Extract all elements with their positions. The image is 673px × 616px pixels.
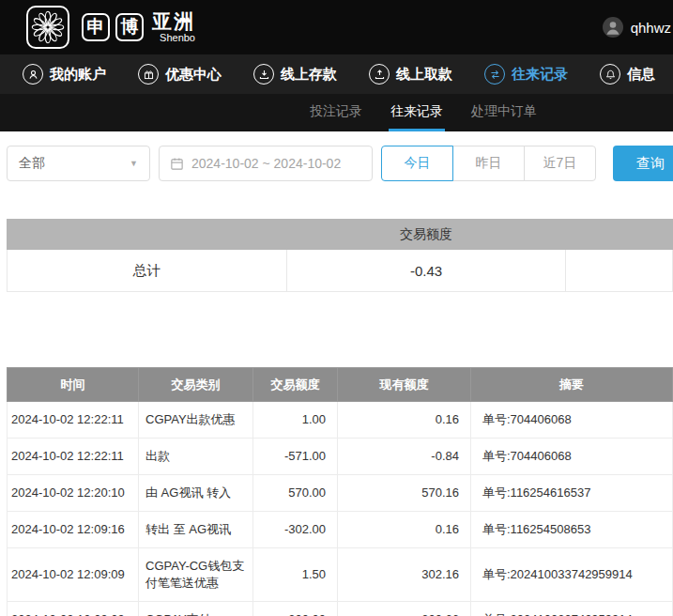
summary-total-value: -0.43 [287,250,566,292]
cell-balance: 300.66 [338,602,471,616]
nav-label: 优惠中心 [165,66,222,84]
gift-icon [138,64,159,85]
nav-item-deposit[interactable]: 线上存款 [253,64,337,85]
cell-balance: 0.16 [338,402,471,439]
table-row: 2024-10-02 12:09:16 转出 至 AG视讯 -302.00 0.… [8,512,673,548]
cell-type: 转出 至 AG视讯 [139,512,253,548]
cell-amount: -571.00 [253,439,338,475]
nav-label: 信息 [627,66,655,84]
brand-region-block: 亚洲 Shenbo [152,11,195,43]
table-row: 2024-10-02 12:22:11 出款 -571.00 -0.84 单号:… [8,439,673,475]
col-header-memo: 摘要 [471,368,673,402]
last7days-button[interactable]: 近7日 [524,146,596,181]
cell-time: 2024-10-02 12:20:10 [8,475,139,512]
cell-type: 由 AG视讯 转入 [139,475,253,512]
cell-amount: 1.50 [253,548,338,602]
cell-memo: 单号:704406068 [471,439,673,475]
col-header-time: 时间 [8,368,139,402]
cell-time: 2024-10-02 12:09:09 [8,548,139,602]
filter-bar: 全部 ▼ 2024-10-02 ~ 2024-10-02 今日 昨日 近7日 查… [0,131,673,194]
deposit-icon [253,64,274,85]
cell-memo: 单号:202410033742959914 [471,602,673,616]
cell-time: 2024-10-02 12:22:11 [8,439,139,475]
col-header-amount: 交易额度 [253,368,338,402]
cell-time: 2024-10-02 12:09:16 [8,512,139,548]
table-row: 2024-10-02 12:09:09 CGPAY支付 300.00 300.6… [8,602,673,616]
nav-item-messages[interactable]: 信息 [600,64,655,85]
nav-item-my-account[interactable]: 我的账户 [23,64,106,85]
table-row: 2024-10-02 12:20:10 由 AG视讯 转入 570.00 570… [8,475,673,512]
summary-total-row: 总计 -0.43 [8,250,673,292]
avatar-icon [603,17,623,38]
nav-item-transaction-records[interactable]: 往来记录 [484,64,568,85]
transactions-header-row: 时间 交易类别 交易额度 现有额度 摘要 [8,368,673,402]
nav-label: 我的账户 [50,66,106,84]
cell-amount: -302.00 [253,512,338,548]
user-account[interactable]: qhhwz [603,17,673,38]
cell-amount: 1.00 [253,402,338,439]
type-select-value: 全部 [19,155,45,172]
cell-amount: 300.00 [253,602,338,616]
cell-time: 2024-10-02 12:22:11 [8,402,139,439]
type-select[interactable]: 全部 ▼ [7,146,150,181]
bell-icon [600,64,620,85]
cell-type: CGPAY出款优惠 [139,402,253,439]
cell-time: 2024-10-02 12:09:09 [8,602,139,616]
calendar-icon [170,157,184,171]
date-range-input[interactable]: 2024-10-02 ~ 2024-10-02 [159,146,373,181]
cell-balance: 570.16 [338,475,471,512]
yesterday-button[interactable]: 昨日 [452,146,525,181]
cell-balance: 302.16 [338,548,471,602]
brand-char-2: 博 [115,13,144,41]
tab-transaction-records[interactable]: 往来记录 [389,94,445,131]
transactions-table: 时间 交易类别 交易额度 现有额度 摘要 2024-10-02 12:22:11… [7,367,673,616]
cell-memo: 单号:202410033742959914 [471,548,673,602]
cell-memo: 单号:116254508653 [471,512,673,548]
col-header-type: 交易类别 [139,368,253,402]
cell-type: CGPAY支付 [139,602,253,616]
flower-logo-icon [31,10,65,44]
table-row: 2024-10-02 12:09:09 CGPAY-CG钱包支付笔笔送优惠 1.… [8,548,673,602]
withdraw-icon [369,64,390,85]
top-header: 申 博 亚洲 Shenbo qhhwz [0,0,673,54]
user-icon [23,64,43,85]
tab-processing-orders[interactable]: 处理中订单 [469,94,539,131]
cell-type: 出款 [139,439,253,475]
summary-header-blank [8,220,287,250]
chevron-down-icon: ▼ [130,159,138,168]
nav-item-withdraw[interactable]: 线上取款 [369,64,452,85]
record-tabs: 投注记录 往来记录 处理中订单 [0,94,673,131]
query-button[interactable]: 查询 [613,146,673,181]
summary-table: 交易额度 总计 -0.43 [7,219,673,292]
cell-balance: -0.84 [338,439,471,475]
brand-char-1: 申 [82,13,110,41]
summary-total-label: 总计 [8,250,287,292]
cell-amount: 570.00 [253,475,338,512]
nav-label: 往来记录 [512,66,568,84]
brand-subtitle-label: Shenbo [160,32,195,43]
transfer-icon [484,64,505,85]
today-button[interactable]: 今日 [381,146,453,181]
tab-betting-records[interactable]: 投注记录 [308,94,364,131]
summary-header-amount: 交易额度 [287,220,566,250]
brand-region-label: 亚洲 [152,11,195,32]
summary-blank-cell [566,250,673,292]
username-label: qhhwz [631,20,671,36]
col-header-balance: 现有额度 [338,368,471,402]
cell-type: CGPAY-CG钱包支付笔笔送优惠 [139,548,253,602]
table-row: 2024-10-02 12:22:11 CGPAY出款优惠 1.00 0.16 … [8,402,673,439]
cell-balance: 0.16 [338,512,471,548]
nav-label: 线上存款 [281,66,337,84]
quick-range-group: 今日 昨日 近7日 [381,146,596,181]
main-nav: 我的账户 优惠中心 线上存款 线上取款 [0,54,673,94]
nav-item-promotions[interactable]: 优惠中心 [138,64,222,85]
brand-name: 申 博 [82,13,144,41]
brand-logo[interactable] [26,6,69,49]
nav-label: 线上取款 [396,66,452,84]
cell-memo: 单号:704406068 [471,402,673,439]
date-range-value: 2024-10-02 ~ 2024-10-02 [191,156,341,171]
summary-header-blank-2 [566,220,673,250]
cell-memo: 单号:116254616537 [471,475,673,512]
summary-header-row: 交易额度 [8,220,673,250]
